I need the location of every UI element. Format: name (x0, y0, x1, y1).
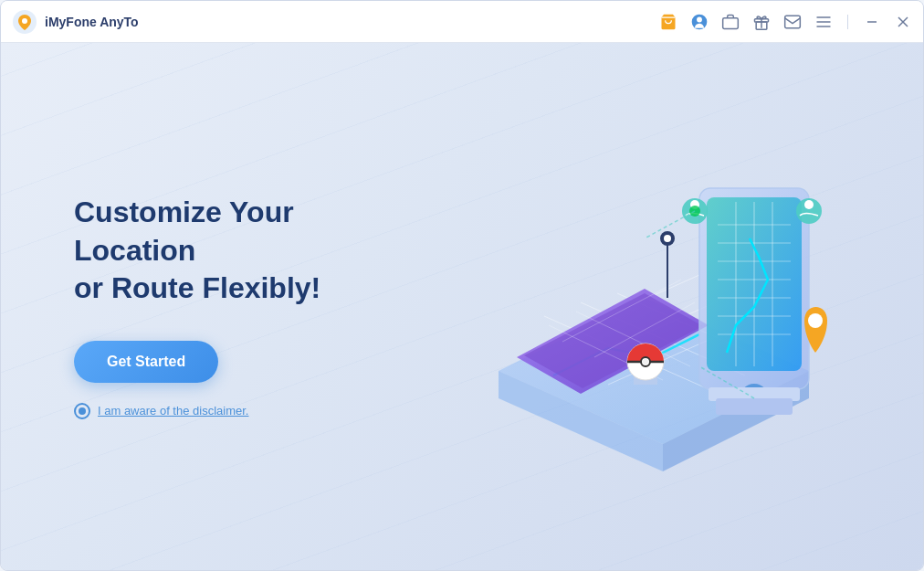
svg-rect-5 (723, 17, 739, 28)
get-started-button[interactable]: Get Started (74, 341, 218, 383)
left-panel: Customize Your Location or Route Flexibl… (74, 194, 421, 419)
svg-point-50 (808, 313, 823, 328)
iso-scene (425, 97, 864, 517)
headline-line2: or Route Flexibly! (74, 271, 320, 304)
svg-point-1 (22, 18, 27, 24)
gift-icon[interactable] (752, 13, 771, 31)
app-title: iMyFone AnyTo (45, 15, 659, 29)
titlebar: iMyFone AnyTo (1, 1, 923, 43)
close-button[interactable] (894, 13, 912, 31)
menu-icon[interactable] (814, 13, 833, 31)
disclaimer-radio-inner (79, 407, 86, 415)
illustration-panel (421, 43, 868, 570)
disclaimer-radio[interactable] (74, 403, 90, 419)
svg-point-48 (804, 200, 814, 209)
app-window: iMyFone AnyTo (0, 0, 924, 571)
mail-icon[interactable] (783, 13, 802, 31)
user-icon[interactable] (690, 13, 709, 31)
bag-icon[interactable] (721, 13, 740, 31)
headline-line1: Customize Your Location (74, 196, 294, 267)
svg-point-4 (697, 16, 702, 22)
svg-point-30 (643, 359, 648, 365)
disclaimer-link[interactable]: I am aware of the disclaimer. (98, 404, 248, 418)
minimize-button[interactable] (863, 13, 881, 31)
scene-illustration (425, 97, 864, 517)
svg-point-44 (664, 235, 671, 242)
titlebar-actions (659, 13, 912, 31)
disclaimer-row: I am aware of the disclaimer. (74, 403, 421, 419)
main-content: Customize Your Location or Route Flexibl… (1, 43, 923, 570)
app-logo (12, 9, 37, 35)
svg-rect-8 (785, 16, 801, 27)
svg-rect-54 (716, 398, 793, 415)
headline: Customize Your Location or Route Flexibl… (74, 194, 421, 308)
titlebar-separator (847, 15, 848, 29)
cart-icon[interactable] (659, 13, 677, 31)
